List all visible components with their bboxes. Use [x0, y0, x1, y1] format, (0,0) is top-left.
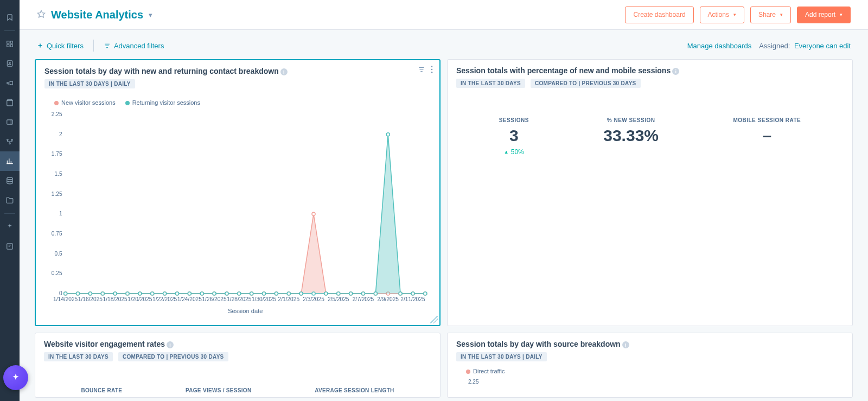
- svg-point-13: [431, 66, 433, 67]
- svg-point-71: [238, 292, 241, 295]
- chart-legend: Direct traffic: [466, 368, 844, 374]
- advanced-filters-label: Advanced filters: [114, 42, 164, 50]
- manage-dashboards-link[interactable]: Manage dashboards: [687, 42, 752, 50]
- svg-point-84: [399, 292, 402, 295]
- svg-point-76: [299, 292, 303, 295]
- svg-point-78: [324, 292, 328, 295]
- svg-text:0.25: 0.25: [52, 270, 62, 276]
- svg-point-62: [126, 292, 129, 295]
- svg-point-66: [175, 292, 178, 295]
- svg-text:2: 2: [59, 131, 62, 137]
- metric-avg-length: AVERAGE SESSION LENGTH: [315, 387, 394, 393]
- svg-point-8: [11, 139, 12, 140]
- card-tag: COMPARED TO | PREVIOUS 30 DAYS: [531, 79, 641, 88]
- svg-point-57: [64, 292, 67, 295]
- svg-point-60: [101, 292, 104, 295]
- svg-rect-6: [7, 120, 13, 124]
- card-title: Website visitor engagement rates: [44, 340, 165, 348]
- svg-point-10: [7, 177, 13, 180]
- kpi-value: –: [733, 126, 801, 145]
- svg-point-74: [275, 292, 278, 295]
- svg-point-75: [287, 292, 290, 295]
- card-tag: IN THE LAST 30 DAYS: [44, 352, 113, 361]
- svg-text:1/26/2025: 1/26/2025: [202, 296, 227, 302]
- contact-icon[interactable]: [0, 54, 20, 73]
- card-title: Session totals by day with new and retur…: [44, 67, 279, 75]
- svg-point-58: [76, 292, 79, 295]
- assigned-value-link[interactable]: Everyone can edit: [794, 42, 851, 50]
- legend-direct-label: Direct traffic: [473, 368, 505, 374]
- actions-button[interactable]: Actions: [700, 7, 744, 23]
- database-icon[interactable]: [0, 171, 20, 190]
- template-icon[interactable]: [0, 237, 20, 256]
- legend-item[interactable]: New visitor sessions: [54, 99, 116, 106]
- svg-text:2/3/2025: 2/3/2025: [303, 296, 324, 302]
- add-report-button[interactable]: Add report: [797, 7, 851, 23]
- resize-handle[interactable]: [430, 316, 438, 323]
- svg-rect-2: [7, 44, 9, 47]
- quick-filters-link[interactable]: Quick filters: [37, 42, 84, 50]
- sparkle-icon[interactable]: [0, 217, 20, 237]
- svg-point-14: [431, 69, 433, 71]
- svg-point-80: [349, 292, 353, 295]
- main: Website Analytics ▾ Create dashboard Act…: [20, 0, 868, 401]
- legend-item[interactable]: Direct traffic: [466, 368, 505, 374]
- svg-text:0: 0: [59, 290, 62, 296]
- topbar: Website Analytics ▾ Create dashboard Act…: [20, 0, 868, 30]
- sessions-chart: 00.250.50.7511.251.51.7522.251/14/20251/…: [44, 110, 431, 316]
- svg-point-72: [250, 292, 253, 295]
- card-sessions-percentage[interactable]: Session totals with percentage of new an…: [447, 59, 853, 326]
- chart-legend: New visitor sessions Returning visitor s…: [54, 99, 431, 106]
- create-dashboard-button[interactable]: Create dashboard: [625, 7, 693, 23]
- card-sessions-daily[interactable]: Session totals by day with new and retur…: [35, 59, 441, 326]
- svg-point-69: [213, 292, 216, 295]
- star-icon[interactable]: [37, 10, 46, 20]
- svg-text:2/9/2025: 2/9/2025: [377, 296, 399, 302]
- title-dropdown-icon[interactable]: ▾: [149, 11, 152, 19]
- advanced-filters-link[interactable]: Advanced filters: [104, 42, 164, 50]
- page-title[interactable]: Website Analytics: [51, 9, 143, 21]
- card-source-breakdown[interactable]: Session totals by day with source breakd…: [447, 333, 853, 398]
- svg-text:1/16/2025: 1/16/2025: [78, 296, 103, 302]
- svg-point-5: [9, 62, 10, 63]
- svg-text:1/30/2025: 1/30/2025: [252, 296, 277, 302]
- filter-icon[interactable]: [418, 66, 425, 75]
- share-button[interactable]: Share: [750, 7, 791, 23]
- cart-icon[interactable]: [0, 93, 20, 112]
- svg-text:1/14/2025: 1/14/2025: [53, 296, 78, 302]
- svg-point-68: [200, 292, 203, 295]
- info-icon[interactable]: i: [167, 341, 174, 348]
- folder-icon[interactable]: [0, 190, 20, 210]
- svg-point-59: [88, 292, 92, 295]
- svg-text:1/28/2025: 1/28/2025: [227, 296, 252, 302]
- svg-text:0.5: 0.5: [54, 251, 62, 257]
- megaphone-icon[interactable]: [0, 73, 20, 93]
- kpi-sessions: SESSIONS 3 50%: [499, 117, 529, 156]
- card-engagement[interactable]: Website visitor engagement ratesi IN THE…: [35, 333, 441, 398]
- sidebar: [0, 0, 20, 401]
- kpi-value: 33.33%: [603, 126, 659, 145]
- ai-assistant-button[interactable]: [3, 365, 28, 390]
- legend-new-label: New visitor sessions: [61, 99, 116, 106]
- more-icon[interactable]: [431, 66, 433, 75]
- svg-point-9: [9, 143, 10, 144]
- svg-text:1.5: 1.5: [54, 171, 62, 177]
- svg-point-65: [163, 292, 167, 295]
- kpi-delta: 50%: [504, 148, 524, 156]
- kpi-label: SESSIONS: [499, 117, 529, 123]
- info-icon[interactable]: i: [280, 68, 288, 75]
- reports-icon[interactable]: [0, 151, 20, 171]
- svg-point-73: [262, 292, 265, 295]
- legend-item[interactable]: Returning visitor sessions: [125, 99, 200, 106]
- svg-text:2/5/2025: 2/5/2025: [328, 296, 349, 302]
- ticket-icon[interactable]: [0, 112, 20, 132]
- svg-text:1/22/2025: 1/22/2025: [152, 296, 177, 302]
- grid-icon[interactable]: [0, 34, 20, 54]
- card-tag: IN THE LAST 30 DAYS | DAILY: [456, 352, 547, 361]
- svg-point-63: [138, 292, 142, 295]
- assigned-label: Assigned:: [759, 42, 790, 50]
- info-icon[interactable]: i: [622, 341, 629, 348]
- bookmark-icon[interactable]: [0, 8, 20, 27]
- workflow-icon[interactable]: [0, 132, 20, 151]
- info-icon[interactable]: i: [672, 68, 679, 75]
